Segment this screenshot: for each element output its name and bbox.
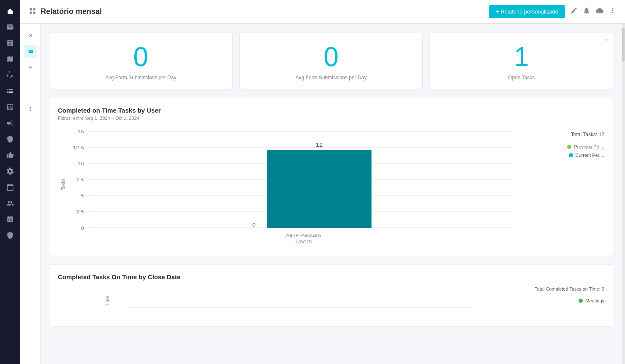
scrollbar-thumb[interactable] — [622, 28, 625, 62]
chart2-section: Completed Tasks On Time by Close Date Ti… — [49, 264, 613, 326]
topbar-left: Relatório mensal — [29, 7, 102, 16]
filter-panel-icon[interactable] — [24, 61, 37, 74]
chart2-svg: Time — [58, 282, 528, 316]
svg-text:15: 15 — [78, 129, 84, 134]
chart1-container: 0 2.5 5 7.5 10 12.5 15 Tasks 0 — [58, 127, 604, 247]
kpi-label-2: Avg Form Submissions per Day — [247, 75, 416, 81]
svg-text:0: 0 — [252, 222, 255, 227]
chart1-legend-previous: Previous Pe.... — [567, 144, 604, 149]
chart2-container: Time Total Completed Tasks on Time: 0 Me… — [58, 282, 604, 318]
sidebar-map-icon[interactable] — [3, 51, 18, 67]
sidebar-calendar-icon[interactable] — [3, 180, 18, 195]
main-wrapper: Relatório mensal + Relatório personaliza… — [20, 0, 625, 364]
svg-text:10: 10 — [78, 161, 84, 166]
sidebar-git-icon[interactable] — [3, 67, 18, 83]
chart1-subtitle: Filtros: entre Sep 1, 2024 ~ Oct 1, 2024 — [58, 116, 604, 121]
kpi-card-2: -- 0 Avg Form Submissions per Day — [239, 32, 423, 89]
sidebar-megaphone-icon[interactable] — [3, 116, 18, 131]
kpi-value-2: 0 — [247, 39, 416, 75]
topbar: Relatório mensal + Relatório personaliza… — [20, 0, 625, 24]
sidebar-thumb-icon[interactable] — [3, 148, 18, 163]
chart1-total: Total Tasks: 12 — [571, 132, 604, 138]
svg-text:0: 0 — [81, 226, 84, 231]
kpi-label-1: Avg Form Submissions per Day — [56, 75, 226, 81]
sidebar-email-icon[interactable] — [3, 19, 18, 35]
svg-text:Tasks: Tasks — [60, 178, 66, 190]
scrollbar-track — [622, 24, 625, 364]
svg-text:Aline Passaro: Aline Passaro — [286, 233, 321, 238]
legend-label-meetings: Meetings — [585, 298, 604, 303]
cloud-icon[interactable] — [595, 7, 604, 16]
chart2-legend: Total Completed Tasks on Time: 0 Meeting… — [537, 282, 604, 318]
chart1-title: Completed on Time Tasks by User — [58, 107, 604, 114]
kpi-value-3: 1 — [437, 39, 606, 75]
sidebar-badge-icon[interactable] — [3, 132, 18, 147]
svg-text:5: 5 — [81, 193, 84, 198]
chart2-legend-meetings: Meetings — [579, 298, 604, 303]
more-options-panel-icon[interactable] — [24, 102, 37, 116]
svg-text:Users: Users — [295, 239, 312, 244]
kpi-label-3: Open Tasks — [437, 75, 606, 81]
grid-icon — [29, 7, 36, 16]
chart2-title: Completed Tasks On Time by Close Date — [58, 273, 604, 280]
dashboard: -- 0 Avg Form Submissions per Day -- 0 A… — [41, 24, 622, 364]
edit-icon[interactable] — [570, 7, 578, 16]
topbar-right: + Relatório personalizado — [489, 5, 617, 18]
svg-text:2.5: 2.5 — [76, 209, 84, 214]
page-title: Relatório mensal — [41, 7, 102, 16]
svg-text:Time: Time — [105, 296, 110, 306]
kpi-card-3-menu[interactable]: ∞ — [605, 37, 609, 42]
chart1-svg: 0 2.5 5 7.5 10 12.5 15 Tasks 0 — [58, 127, 528, 245]
legend-label-previous: Previous Pe.... — [574, 144, 604, 149]
chart1-section: Completed on Time Tasks by User Filtros:… — [49, 98, 613, 256]
chart1-legend: Total Tasks: 12 Previous Pe.... Current … — [537, 127, 604, 247]
legend-dot-meetings — [579, 299, 583, 303]
sidebar-report-icon[interactable] — [3, 100, 18, 115]
kpi-card-2-menu[interactable]: -- — [415, 37, 418, 42]
chart1-area: 0 2.5 5 7.5 10 12.5 15 Tasks 0 — [58, 127, 528, 247]
sidebar-analytics-icon[interactable] — [3, 212, 18, 227]
chart1-legend-current: Current Per.... — [569, 153, 604, 158]
legend-dot-current — [569, 153, 573, 157]
kpi-card-1: -- 0 Avg Form Submissions per Day — [49, 32, 233, 89]
svg-text:12.5: 12.5 — [73, 145, 84, 150]
main-sidebar — [0, 0, 20, 364]
sidebar-gear-icon[interactable] — [3, 164, 18, 179]
svg-text:12: 12 — [316, 142, 323, 148]
kpi-card-3: ∞ 1 Open Tasks — [429, 32, 613, 89]
legend-dot-previous — [567, 145, 571, 149]
left-panel — [20, 24, 41, 364]
sidebar-people-icon[interactable] — [3, 196, 18, 211]
sidebar-clipboard-icon[interactable] — [3, 35, 18, 51]
more-vert-icon[interactable] — [609, 7, 617, 16]
sidebar-home-icon[interactable] — [3, 3, 18, 19]
kpi-card-1-menu[interactable]: -- — [225, 37, 228, 42]
content-area: -- 0 Avg Form Submissions per Day -- 0 A… — [20, 24, 625, 364]
kpi-row: -- 0 Avg Form Submissions per Day -- 0 A… — [49, 32, 613, 89]
chart2-area: Time — [58, 282, 528, 318]
custom-report-button[interactable]: + Relatório personalizado — [489, 5, 565, 18]
chart2-total: Total Completed Tasks on Time: 0 — [535, 286, 604, 291]
bell-icon[interactable] — [583, 7, 590, 16]
kpi-value-1: 0 — [56, 39, 226, 75]
chart1-bar-current — [267, 150, 372, 228]
sidebar-shield-icon[interactable] — [3, 228, 18, 243]
svg-text:7.5: 7.5 — [76, 177, 84, 182]
legend-label-current: Current Per.... — [576, 153, 604, 158]
sidebar-list-icon[interactable] — [3, 84, 18, 99]
list-view-panel-icon[interactable] — [24, 45, 37, 58]
collapse-panel-icon[interactable] — [24, 29, 37, 42]
